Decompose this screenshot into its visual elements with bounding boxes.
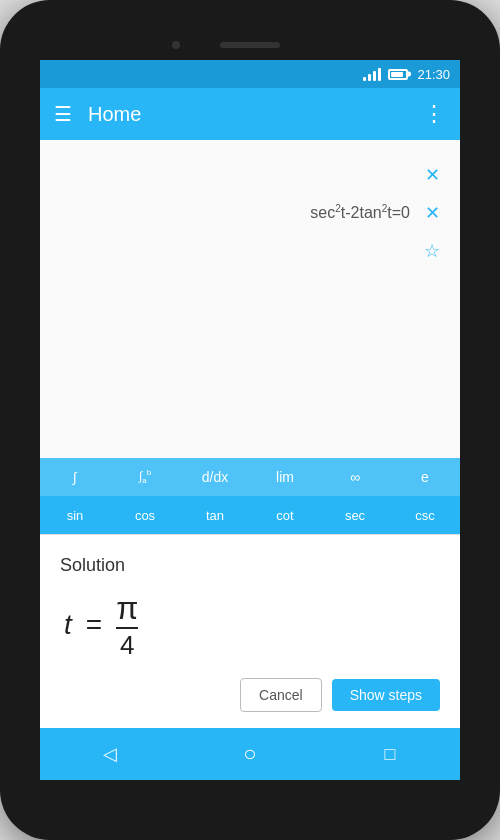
solution-title: Solution bbox=[60, 555, 440, 576]
key-infinity[interactable]: ∞ bbox=[320, 458, 390, 496]
cancel-button[interactable]: Cancel bbox=[240, 678, 322, 712]
expression-row-equation[interactable]: sec2t-2tan2t=0 ✕ bbox=[56, 194, 444, 232]
key-tan[interactable]: tan bbox=[180, 496, 250, 534]
battery-icon bbox=[388, 69, 408, 80]
key-cot[interactable]: cot bbox=[250, 496, 320, 534]
key-sin[interactable]: sin bbox=[40, 496, 110, 534]
key-sec[interactable]: sec bbox=[320, 496, 390, 534]
solution-actions: Cancel Show steps bbox=[60, 678, 440, 712]
solution-fraction: π 4 bbox=[116, 592, 138, 658]
toolbar: ☰ Home ⋮ bbox=[40, 88, 460, 140]
solution-denominator: 4 bbox=[120, 632, 134, 658]
keyboard-area: ∫ ∫ab d/dx lim ∞ e sin cos tan cot sec c… bbox=[40, 458, 460, 534]
keyboard-row-2: sin cos tan cot sec csc bbox=[40, 496, 460, 534]
key-cos[interactable]: cos bbox=[110, 496, 180, 534]
expression-row-star: ☆ bbox=[56, 232, 444, 270]
phone-speaker bbox=[220, 42, 280, 48]
phone-frame: 21:30 ☰ Home ⋮ ✕ sec2t-2tan2t=0 ✕ bbox=[0, 0, 500, 840]
show-steps-button[interactable]: Show steps bbox=[332, 679, 440, 711]
expression-row-empty: ✕ bbox=[56, 156, 444, 194]
phone-screen: 21:30 ☰ Home ⋮ ✕ sec2t-2tan2t=0 ✕ bbox=[40, 60, 460, 780]
key-e[interactable]: e bbox=[390, 458, 460, 496]
status-time: 21:30 bbox=[417, 67, 450, 82]
expression-equation-text: sec2t-2tan2t=0 bbox=[56, 203, 420, 222]
nav-home-button[interactable]: ○ bbox=[225, 729, 275, 779]
key-limit[interactable]: lim bbox=[250, 458, 320, 496]
solution-panel: Solution t = π 4 Cancel Show steps bbox=[40, 534, 460, 728]
hamburger-icon[interactable]: ☰ bbox=[54, 104, 72, 124]
key-derivative[interactable]: d/dx bbox=[180, 458, 250, 496]
fraction-bar bbox=[116, 627, 138, 629]
nav-back-button[interactable]: ◁ bbox=[85, 729, 135, 779]
toolbar-title: Home bbox=[88, 103, 423, 126]
bottom-nav: ◁ ○ □ bbox=[40, 728, 460, 780]
solution-variable: t bbox=[64, 609, 72, 641]
solution-math: t = π 4 bbox=[60, 592, 440, 658]
close-equation-icon[interactable]: ✕ bbox=[420, 202, 444, 224]
signal-icon bbox=[363, 67, 381, 81]
more-menu-icon[interactable]: ⋮ bbox=[423, 101, 446, 127]
phone-camera bbox=[172, 41, 180, 49]
keyboard-row-1: ∫ ∫ab d/dx lim ∞ e bbox=[40, 458, 460, 496]
battery-fill bbox=[391, 72, 402, 77]
star-icon[interactable]: ☆ bbox=[420, 240, 444, 262]
expression-area: ✕ sec2t-2tan2t=0 ✕ ☆ bbox=[40, 140, 460, 458]
close-empty-icon[interactable]: ✕ bbox=[420, 164, 444, 186]
key-definite-integral[interactable]: ∫ab bbox=[110, 458, 180, 496]
nav-recents-button[interactable]: □ bbox=[365, 729, 415, 779]
status-bar: 21:30 bbox=[40, 60, 460, 88]
status-icons: 21:30 bbox=[363, 67, 450, 82]
key-integral[interactable]: ∫ bbox=[40, 458, 110, 496]
phone-top-decoration bbox=[220, 30, 280, 60]
solution-equals: = bbox=[86, 609, 102, 641]
main-content: ✕ sec2t-2tan2t=0 ✕ ☆ ∫ ∫ab d/dx bbox=[40, 140, 460, 780]
solution-numerator: π bbox=[116, 592, 138, 624]
key-csc[interactable]: csc bbox=[390, 496, 460, 534]
